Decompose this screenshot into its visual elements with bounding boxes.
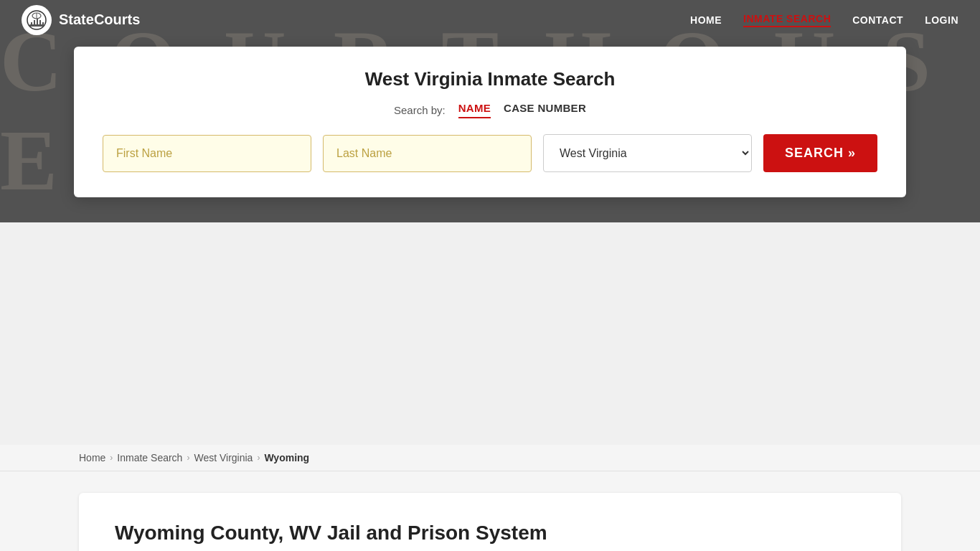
- breadcrumb: Home › Inmate Search › West Virginia › W…: [0, 445, 980, 471]
- search-card-title: West Virginia Inmate Search: [103, 68, 877, 90]
- search-by-row: Search by: NAME CASE NUMBER: [103, 102, 877, 118]
- navbar-links: HOME INMATE SEARCH CONTACT LOGIN: [690, 13, 958, 27]
- breadcrumb-sep-1: ›: [110, 453, 113, 463]
- first-name-input[interactable]: [103, 135, 311, 172]
- navbar: StateCourts HOME INMATE SEARCH CONTACT L…: [0, 0, 980, 39]
- svg-rect-6: [42, 22, 44, 25]
- tab-name[interactable]: NAME: [458, 102, 491, 118]
- content-area: Wyoming County, WV Jail and Prison Syste…: [0, 471, 980, 551]
- logo-link[interactable]: StateCourts: [22, 5, 140, 35]
- breadcrumb-west-virginia[interactable]: West Virginia: [194, 452, 253, 463]
- breadcrumb-sep-3: ›: [257, 453, 260, 463]
- svg-rect-2: [31, 22, 32, 25]
- logo-text: StateCourts: [59, 11, 140, 28]
- breadcrumb-current: Wyoming: [264, 452, 309, 463]
- search-inputs-row: West Virginia Alabama Alaska Arizona Ark…: [103, 134, 877, 172]
- search-card: West Virginia Inmate Search Search by: N…: [74, 47, 906, 197]
- content-card: Wyoming County, WV Jail and Prison Syste…: [79, 493, 901, 551]
- svg-rect-4: [37, 19, 38, 25]
- svg-rect-5: [39, 20, 41, 25]
- state-select[interactable]: West Virginia Alabama Alaska Arizona Ark…: [543, 134, 752, 172]
- breadcrumb-inmate-search[interactable]: Inmate Search: [117, 452, 182, 463]
- svg-rect-3: [34, 20, 35, 25]
- nav-inmate-search[interactable]: INMATE SEARCH: [743, 13, 831, 27]
- search-button[interactable]: SEARCH »: [763, 134, 877, 172]
- breadcrumb-home[interactable]: Home: [79, 452, 105, 463]
- nav-home[interactable]: HOME: [690, 14, 722, 26]
- breadcrumb-sep-2: ›: [187, 453, 189, 463]
- tab-case-number[interactable]: CASE NUMBER: [504, 102, 586, 118]
- nav-contact[interactable]: CONTACT: [852, 14, 903, 26]
- nav-login[interactable]: LOGIN: [925, 14, 958, 26]
- content-title: Wyoming County, WV Jail and Prison Syste…: [115, 522, 865, 545]
- last-name-input[interactable]: [323, 135, 532, 172]
- header: C O U R T H O U S E StateCourts HOM: [0, 0, 980, 222]
- search-by-label: Search by:: [394, 104, 446, 116]
- logo-icon: [22, 5, 52, 35]
